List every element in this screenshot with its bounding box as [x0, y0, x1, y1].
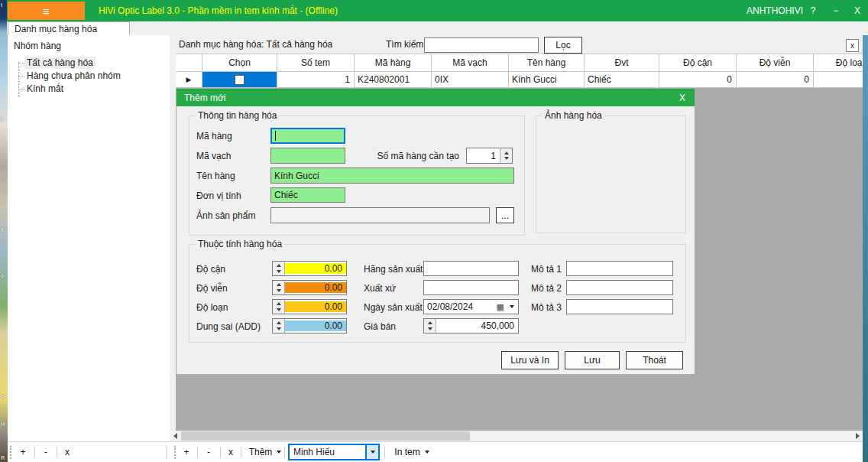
scroll-left-button[interactable] [170, 431, 180, 441]
window-title: HiVi Optic Label 3.0 - Phần mềm in tem k… [99, 0, 338, 21]
browse-image-button[interactable]: ... [496, 207, 514, 223]
calendar-icon: ▦ [497, 302, 504, 312]
don-vi-tinh-input[interactable]: Chiếc [270, 187, 345, 203]
close-panel-button[interactable]: x [846, 39, 859, 52]
col-header-ma-vach[interactable]: Mã vạch [432, 54, 509, 72]
cell-dvt[interactable]: Chiếc [585, 72, 659, 88]
ma-vach-input[interactable] [270, 148, 345, 164]
col-header-dvt[interactable]: Đvt [585, 54, 659, 72]
xuat-xu-label: Xuất xứ [364, 283, 396, 294]
scroll-right-button[interactable] [852, 431, 863, 441]
gia-ban-value: 450,000 [436, 320, 518, 331]
cell-ten-hang[interactable]: Kính Gucci [509, 72, 585, 88]
them-moi-dialog: Thêm mới X Thông tin hàng hóa Ảnh hàng h… [176, 88, 695, 375]
do-can-spinner[interactable]: 0.00 [272, 261, 347, 276]
help-button[interactable]: ? [805, 0, 821, 21]
search-input[interactable] [424, 37, 539, 53]
xuat-xu-input[interactable] [423, 280, 519, 295]
scrollbar-thumb[interactable] [181, 431, 470, 441]
app-window: t lt li o el H R ≡ HiVi Optic Label 3.0 … [0, 0, 868, 462]
don-vi-tinh-label: Đơn vị tính [196, 190, 241, 201]
mo-ta-1-input[interactable] [566, 261, 673, 276]
cell-so-tem[interactable]: 1 [277, 72, 355, 88]
col-header-ma-hang[interactable]: Mã hàng [355, 54, 432, 72]
so-ma-hang-spinner[interactable]: 1 [466, 148, 513, 164]
desktop-icon-label-fragment: H [1, 421, 5, 427]
dung-sai-value: 0.00 [285, 320, 346, 331]
filter-button[interactable]: Lọc [544, 37, 582, 54]
do-loan-label: Độ loạn [196, 302, 228, 313]
them-dropdown-button[interactable]: Thêm [247, 444, 283, 460]
desktop-icon-label-fragment: el [1, 393, 5, 399]
close-window-button[interactable]: X [847, 0, 867, 21]
ma-hang-label: Mã hàng [196, 131, 232, 142]
toolbar-separator [384, 447, 385, 458]
desktop-wallpaper-left: t lt li o el H R [0, 0, 8, 462]
tab-danh-muc-hang-hoa[interactable]: Danh mục hàng hóa [8, 21, 130, 35]
chevron-down-icon[interactable] [510, 305, 514, 308]
do-vien-value: 0.00 [285, 282, 346, 293]
save-button[interactable]: Lưu [565, 351, 620, 369]
spinner-arrows-icon[interactable] [273, 319, 285, 333]
item-remove-button[interactable]: - [202, 444, 215, 460]
group-remove-button[interactable]: - [40, 444, 52, 460]
cell-do-can[interactable]: 0 [659, 72, 737, 88]
exit-button[interactable]: Thoát [626, 351, 683, 369]
col-header-chon[interactable]: Chọn [202, 54, 277, 72]
ten-hang-input[interactable]: Kính Gucci [270, 168, 514, 184]
spinner-arrows-icon[interactable] [424, 319, 436, 333]
combobox-dropdown-button[interactable] [365, 445, 378, 459]
mo-ta-2-input[interactable] [566, 280, 673, 295]
col-header-do-can[interactable]: Độ cận [659, 54, 737, 72]
in-tem-dropdown-button[interactable]: In tem [390, 444, 434, 460]
tree-item-ungrouped[interactable]: Hàng chưa phân nhóm [24, 70, 123, 82]
item-add-button[interactable]: + [180, 444, 193, 460]
cell-ma-hang[interactable]: K240802001 [355, 72, 432, 88]
col-header-do-loan[interactable]: Độ loạn [814, 54, 863, 72]
search-label: Tìm kiếm [386, 35, 423, 54]
printer-combobox[interactable]: Minh Hiếu [288, 444, 380, 460]
anh-san-pham-input[interactable] [270, 207, 490, 223]
ngay-san-xuat-datepicker[interactable]: 02/08/2024 ▦ [423, 299, 519, 314]
hang-san-xuat-label: Hãng sản xuất [364, 264, 423, 275]
spinner-arrows-icon[interactable] [273, 300, 285, 314]
toolbar-grip[interactable] [174, 446, 178, 459]
dialog-close-button[interactable]: X [673, 89, 691, 106]
cell-do-vien[interactable]: 0 [737, 72, 814, 88]
do-vien-spinner[interactable]: 0.00 [272, 280, 347, 295]
col-header-do-vien[interactable]: Độ viễn [737, 54, 814, 72]
mo-ta-3-input[interactable] [566, 299, 673, 314]
spinner-arrows-icon[interactable] [273, 281, 285, 294]
hamburger-menu-button[interactable]: ≡ [8, 2, 85, 20]
spinner-arrows-icon[interactable] [273, 262, 285, 275]
desktop-wallpaper-right [863, 21, 868, 462]
do-loan-spinner[interactable]: 0.00 [272, 299, 347, 314]
group-delete-button[interactable]: x [61, 444, 73, 460]
group-add-button[interactable]: + [17, 444, 29, 460]
item-delete-button[interactable]: x [225, 444, 237, 460]
mo-ta-3-label: Mô tả 3 [531, 302, 562, 313]
hang-san-xuat-input[interactable] [423, 261, 519, 276]
toolbar-grip[interactable] [10, 446, 14, 459]
toolbar-separator [197, 447, 198, 458]
sidebar-panel: Nhóm hàng Tất cả hàng hóa Hàng chưa phân… [8, 35, 170, 441]
checkbox-icon[interactable] [235, 75, 245, 85]
save-and-print-button[interactable]: Lưu và In [501, 351, 559, 369]
tree-item-kinh-mat[interactable]: Kính mắt [24, 83, 66, 95]
title-bar: ≡ HiVi Optic Label 3.0 - Phần mềm in tem… [7, 0, 868, 21]
tree-item-all-products[interactable]: Tất cả hàng hóa [24, 57, 96, 69]
sidebar-header: Nhóm hàng [14, 41, 61, 51]
col-header-so-tem[interactable]: Số tem [277, 54, 355, 72]
col-header-ten-hang[interactable]: Tên hàng [509, 54, 585, 72]
gia-ban-spinner[interactable]: 450,000 [423, 318, 519, 333]
dung-sai-spinner[interactable]: 0.00 [272, 318, 347, 333]
horizontal-scrollbar[interactable] [170, 431, 863, 441]
cell-chon-checkbox[interactable] [202, 72, 277, 88]
minimize-button[interactable]: − [828, 0, 844, 21]
cell-do-loan[interactable] [814, 72, 863, 88]
cell-ma-vach[interactable]: 0IX [432, 72, 509, 88]
in-tem-label: In tem [394, 447, 419, 457]
ma-hang-input[interactable] [270, 128, 345, 144]
row-selector-cell[interactable]: ▶ [176, 72, 202, 88]
spinner-arrows-icon[interactable] [500, 148, 512, 163]
